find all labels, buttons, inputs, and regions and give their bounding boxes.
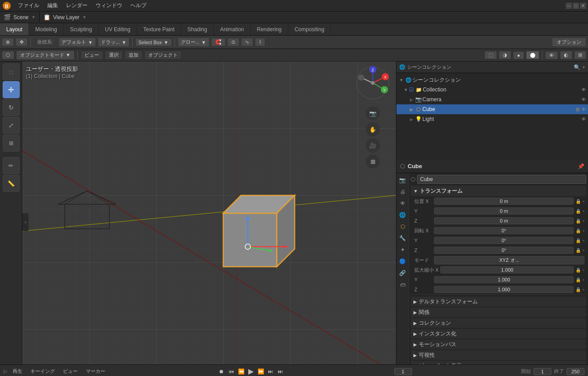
header-select-btn[interactable]: 選択 [105,50,123,60]
tl-step-back-btn[interactable]: ⏪ [237,367,246,376]
mode-dropdown[interactable]: オブジェクトモード ▼ [16,50,75,60]
props-tab-physics[interactable]: 🔵 [397,256,408,267]
props-tab-modifier[interactable]: 🔧 [397,233,408,244]
viewport-overlay-2[interactable]: ◐ [560,51,572,59]
rot-y-lock[interactable]: 🔒 [575,238,581,243]
delta-transform-section[interactable]: ▶ デルタトランスフォーム [411,297,586,306]
viewport-shade-4[interactable]: ⬤ [526,51,539,59]
light-eye[interactable]: 👁 [581,116,586,122]
move-tool-btn[interactable]: ✛ [3,81,20,98]
rot-x-dot[interactable]: • [583,228,584,233]
tl-jump-end-btn[interactable]: ⏭ [276,367,285,376]
menu-file[interactable]: ファイル [14,1,43,10]
tl-record-btn[interactable]: ⏺ [217,367,226,376]
props-tab-particle[interactable]: ✦ [397,244,408,255]
scale-tool-btn[interactable]: ⤢ [3,117,20,134]
tab-animation[interactable]: Animation [214,23,250,35]
scale-y-dot[interactable]: • [583,277,584,282]
loc-y-lock[interactable]: 🔒 [575,209,581,214]
tl-step-fwd-btn[interactable]: ⏩ [256,367,265,376]
viewport-display-section[interactable]: ▶ ビューポート表示 [411,361,586,364]
props-pin-btn[interactable]: 📌 [578,163,584,169]
rot-z-field[interactable]: 0° [434,247,574,254]
loc-y-field[interactable]: 0 m [434,207,574,215]
tab-compositing[interactable]: Compositing [288,23,331,35]
tab-rendering[interactable]: Rendering [250,23,288,35]
tl-play-btn[interactable]: ▶ [246,367,255,376]
menu-edit[interactable]: 編集 [44,1,62,10]
scale-y-field[interactable]: 1.000 [434,276,574,283]
tl-keyframe-btn[interactable]: キーイング [28,367,58,376]
select-tool-btn[interactable]: ⬚ [3,63,20,80]
extra-btn-1[interactable]: ∿ [241,38,253,46]
close-button[interactable]: ✕ [580,3,586,9]
scale-z-field[interactable]: 1.000 [434,286,574,293]
view-layer-dropdown-icon[interactable]: ▼ [82,15,87,20]
drag-dropdown[interactable]: ドラッ... ▼ [98,37,129,47]
outliner-scene-collection[interactable]: ▼ 🌐 シーンコレクション [396,75,588,85]
scale-x-lock[interactable]: 🔒 [575,268,581,273]
props-name-field[interactable]: Cube [417,175,586,184]
extra-btn-2[interactable]: ⌇ [255,38,265,46]
outliner-filter-btn[interactable]: 🔍 [574,64,580,70]
select-box-dropdown[interactable]: Select Box ▼ [135,38,171,46]
menu-render[interactable]: レンダー [63,1,91,10]
zoom-btn[interactable]: 🎥 [366,138,380,153]
loc-x-dot[interactable]: • [583,199,584,204]
tl-next-keyframe-btn[interactable]: ⏭ [266,367,275,376]
tab-sculpting[interactable]: Sculpting [64,23,99,35]
tab-texture-paint[interactable]: Texture Paint [137,23,181,35]
props-transform-header[interactable]: ▼ トランスフォーム [411,186,586,196]
scale-y-lock[interactable]: 🔒 [575,277,581,282]
panel-collapse-left[interactable]: ‹ [22,213,29,231]
current-frame-field[interactable]: 1 [394,368,412,375]
tab-layout[interactable]: Layout [0,23,29,35]
viewport[interactable]: ユーザー・透視投影 (1) Collection | Cube X [22,62,396,364]
tl-playback-btn[interactable]: 再生 [10,367,25,376]
loc-z-field[interactable]: 0 m [434,217,574,224]
scale-z-lock[interactable]: 🔒 [575,287,581,292]
scene-dropdown-icon[interactable]: ▼ [31,15,36,20]
scale-x-field[interactable]: 1.000 [440,266,574,273]
rot-x-field[interactable]: 0° [434,227,574,234]
scale-z-dot[interactable]: • [583,287,584,292]
tab-shading[interactable]: Shading [181,23,214,35]
nav-gizmo[interactable]: X Z Y [355,65,391,101]
options-btn[interactable]: オプション [552,37,586,47]
props-tab-render[interactable]: 📷 [397,175,408,186]
viewport-shade-1[interactable]: ⬚ [484,51,497,59]
outliner-camera[interactable]: ▶ 📷 Camera 👁 [396,95,588,104]
end-frame-field[interactable]: 250 [567,368,584,375]
relations-section[interactable]: ▶ 関係 [411,307,586,317]
tl-view-btn[interactable]: ビュー [60,367,80,376]
viewport-overlay-1[interactable]: 👁 [545,51,558,59]
cam-eye[interactable]: 👁 [581,97,586,102]
props-tab-view[interactable]: 👁 [397,198,408,209]
motion-paths-section[interactable]: ▶ モーションパス [411,339,586,349]
loc-x-field[interactable]: 0 m [434,198,574,205]
rot-y-field[interactable]: 0° [434,237,574,244]
menu-help[interactable]: ヘルプ [127,1,150,10]
rot-y-dot[interactable]: • [583,238,584,243]
tab-uv-editing[interactable]: UV Editing [99,23,137,35]
grid-btn[interactable]: ⊞ [366,154,380,169]
props-tab-output[interactable]: 🖨 [397,186,408,197]
tl-prev-keyframe-btn[interactable]: ⏮ [227,367,236,376]
start-frame-field[interactable]: 1 [534,368,551,375]
viewport-shade-2[interactable]: ◑ [499,51,511,59]
minimize-button[interactable]: ─ [566,3,572,9]
snap-btn[interactable]: 🧲 [211,38,225,46]
maximize-button[interactable]: □ [573,3,579,9]
loc-z-lock[interactable]: 🔒 [575,219,581,223]
loc-z-dot[interactable]: • [583,219,584,223]
transform-tool-btn[interactable]: ⊞ [3,135,20,152]
grab-icon-btn[interactable]: ✥ [16,38,28,46]
viewport-shade-3[interactable]: ● [513,51,524,59]
cube-eye[interactable]: 👁 [581,107,586,112]
rot-z-lock[interactable]: 🔒 [575,248,581,253]
coord-system-dropdown[interactable]: デフォルト ▼ [58,37,96,47]
outliner-light[interactable]: ▶ 💡 Light 👁 [396,114,588,124]
rot-z-dot[interactable]: • [583,248,584,253]
proportional-btn[interactable]: ⊙ [227,38,239,46]
measure-tool-btn[interactable]: 📏 [3,175,20,192]
